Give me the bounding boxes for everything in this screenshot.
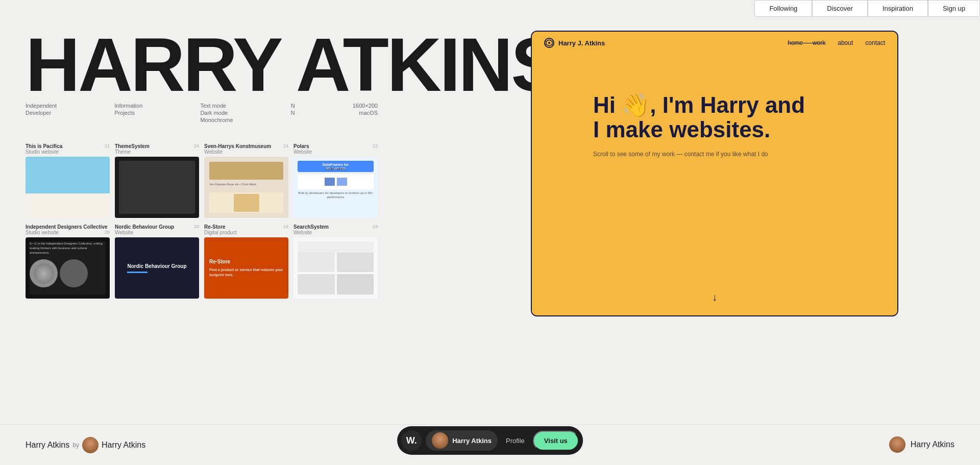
nordic-group-text: Nordic Behaviour Group	[127, 263, 186, 270]
bottom-attribution-left: Harry Atkins by Harry Atkins	[26, 437, 145, 453]
preview-scroll-arrow: ↓	[712, 291, 717, 303]
preview-hero-title-line1: Hi 👋, I'm Harry and	[593, 92, 805, 117]
preview-nav-links: home — work about contact	[788, 39, 885, 46]
preview-logo-text: Harry J. Atkins	[558, 39, 605, 47]
nav-following-btn[interactable]: Following	[754, 0, 812, 17]
subtitle-n2: N	[291, 110, 295, 116]
project-restore[interactable]: Re-Store 19 Digital product Re·Store Fin…	[204, 224, 288, 299]
attribution-title-left: Harry Atkins	[26, 440, 69, 450]
projects-grid-row1: This is Pacifica 21 Studio website Theme…	[26, 143, 378, 218]
subtitle-mode2-label: Monochrome	[200, 117, 233, 123]
project-sven[interactable]: Sven-Harrys Konstmuseum 24 Website Bruno…	[204, 143, 288, 218]
bottom-attribution-right: Harry Atkins	[889, 424, 954, 465]
preview-logo-icon	[544, 38, 554, 48]
preview-nav-home[interactable]: home — work	[788, 39, 825, 46]
svg-point-1	[548, 42, 550, 44]
widget-w-logo: W.	[401, 430, 422, 451]
project-pacifica[interactable]: This is Pacifica 21 Studio website	[26, 143, 110, 218]
left-panel: HARRY ATKINS Independent Developer Infor…	[0, 31, 403, 335]
website-preview: Harry J. Atkins home — work about contac…	[532, 32, 897, 315]
preview-hero-title: Hi 👋, I'm Harry and I make websites.	[593, 93, 867, 142]
project-themesystem[interactable]: ThemeSystem 24 Theme	[115, 143, 199, 218]
thumb-restore: Re·Store Find a product or service that …	[204, 237, 288, 299]
restore-desc: Find a product or service that reduces y…	[209, 267, 283, 278]
nav-signup-btn[interactable]: Sign up	[928, 0, 980, 17]
author-avatar-left	[82, 437, 99, 453]
widget-user-section: Harry Atkins	[426, 430, 498, 451]
preview-nav-contact[interactable]: contact	[865, 39, 885, 46]
thumb-theme	[115, 157, 199, 218]
nav-discover-btn[interactable]: Discover	[812, 0, 868, 17]
top-navigation: Following Discover Inspiration Sign up	[754, 0, 980, 17]
restore-title: Re·Store	[209, 258, 283, 265]
subtitle-role-line1: Independent	[26, 103, 57, 109]
projects-grid-row2: Independent Designers Collective 20 Stud…	[26, 224, 378, 299]
widget-visit-button[interactable]: Visit us	[533, 431, 579, 451]
center-widget: W. Harry Atkins Profile Visit us	[397, 426, 583, 455]
preview-hero-title-line2: I make websites.	[593, 117, 770, 142]
project-searchsystem[interactable]: SearchSystem 19 Website	[293, 224, 378, 299]
thumb-nordic: Nordic Behaviour Group	[115, 237, 199, 299]
author-name-right: Harry Atkins	[911, 440, 954, 449]
widget-user-avatar	[432, 432, 448, 449]
subtitle-mode-label: Text mode	[200, 103, 233, 109]
preview-nav-about[interactable]: about	[838, 39, 853, 46]
project-idc[interactable]: Independent Designers Collective 20 Stud…	[26, 224, 110, 299]
website-preview-panel: Harry J. Atkins home — work about contac…	[531, 31, 898, 316]
subtitle-n1: N	[291, 103, 295, 109]
subtitle-mac: macOS	[359, 110, 378, 116]
author-name-left: Harry Atkins	[102, 440, 145, 450]
thumb-search	[293, 237, 378, 299]
project-nordic[interactable]: Nordic Behaviour Group 20 Website Nordic…	[115, 224, 199, 299]
author-avatar-right	[889, 436, 905, 453]
thumb-sven: Bruno 26 + Mathesen Ria Winsen Jon Kaivi…	[204, 157, 288, 218]
widget-username: Harry Atkins	[452, 437, 492, 445]
widget-profile-link[interactable]: Profile	[498, 433, 533, 449]
subtitle-info-label: Information	[114, 103, 142, 109]
page-title: HARRY ATKINS	[26, 31, 378, 99]
attribution-by-text: by	[72, 442, 79, 449]
preview-nav: Harry J. Atkins home — work about contac…	[532, 32, 897, 54]
preview-hero: Hi 👋, I'm Harry and I make websites. Scr…	[593, 93, 867, 158]
project-polars[interactable]: Polars 22 Website DataFrames forthe new …	[293, 143, 378, 218]
preview-logo: Harry J. Atkins	[544, 38, 605, 48]
thumb-pacifica	[26, 157, 110, 218]
subtitle-info-value: Projects	[114, 110, 142, 116]
preview-hero-subtitle: Scroll to see some of my work — contact …	[593, 151, 867, 158]
subtitle-size: 1600×200	[353, 103, 378, 109]
subtitle-mode-value: Dark mode	[200, 110, 233, 116]
subtitle-role-line2: Developer	[26, 110, 57, 116]
nav-inspiration-btn[interactable]: Inspiration	[868, 0, 928, 17]
thumb-polars: DataFrames forthe new era Built by devel…	[293, 157, 378, 218]
thumb-idc: E—C is the Independent Designers Collect…	[26, 237, 110, 299]
